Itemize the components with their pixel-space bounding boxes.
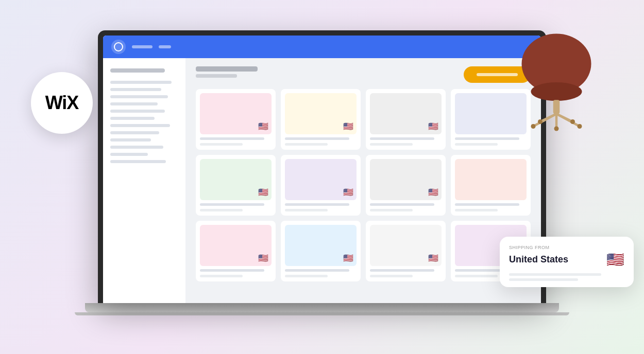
header-title-bar [196, 66, 258, 72]
product-card[interactable]: 🇺🇸 [281, 221, 361, 281]
svg-rect-2 [553, 100, 560, 114]
chair-decoration [510, 31, 603, 136]
sidebar-item[interactable] [110, 110, 165, 113]
us-flag-icon: 🇺🇸 [258, 187, 268, 197]
svg-point-12 [570, 119, 575, 124]
product-price-bar [200, 275, 243, 277]
laptop-foot [75, 312, 569, 315]
shipping-card-lines [509, 273, 624, 281]
product-image [455, 159, 527, 200]
product-price-bar [455, 209, 498, 211]
nav-pill-2 [159, 45, 171, 48]
product-price-bar [455, 143, 498, 146]
product-name-bar [455, 137, 519, 140]
product-card[interactable]: 🇺🇸 [366, 89, 446, 150]
product-name-bar [200, 203, 264, 206]
product-price-bar [200, 209, 243, 211]
product-name-bar [455, 203, 519, 206]
product-price-bar [200, 143, 243, 146]
product-card[interactable]: 🇺🇸 [196, 155, 276, 216]
us-flag-icon: 🇺🇸 [428, 187, 438, 197]
svg-point-11 [538, 119, 543, 124]
shipping-line-2 [509, 278, 578, 281]
sidebar-item[interactable] [110, 81, 172, 84]
svg-point-1 [531, 82, 582, 101]
nav-logo-inner [114, 42, 123, 51]
product-image: 🇺🇸 [285, 93, 357, 134]
us-flag-icon: 🇺🇸 [258, 253, 268, 263]
product-image: 🇺🇸 [285, 225, 357, 266]
top-nav [103, 36, 541, 58]
svg-point-10 [554, 127, 559, 131]
product-card[interactable]: 🇺🇸 [281, 155, 361, 216]
shipping-country: United States 🇺🇸 [509, 251, 624, 268]
product-price-bar [370, 209, 413, 211]
product-name-bar [285, 269, 349, 272]
product-price-bar [285, 209, 328, 211]
us-flag-icon: 🇺🇸 [428, 121, 438, 131]
chair-svg [510, 31, 603, 134]
product-image: 🇺🇸 [200, 93, 272, 134]
product-price-bar [455, 275, 498, 277]
header-subtitle-bar [196, 74, 237, 78]
us-flag-icon: 🇺🇸 [343, 121, 353, 131]
product-card[interactable] [451, 155, 531, 216]
sidebar-item[interactable] [110, 102, 158, 105]
product-price-bar [285, 275, 328, 277]
product-card[interactable]: 🇺🇸 [196, 89, 276, 150]
shipping-card: SHIPPING FROM United States 🇺🇸 [500, 237, 634, 287]
shipping-line-1 [509, 273, 601, 276]
nav-pill-1 [132, 45, 152, 48]
sidebar-item[interactable] [110, 160, 166, 163]
shipping-flag-icon: 🇺🇸 [606, 251, 624, 268]
sidebar-item[interactable] [110, 117, 155, 120]
content-header [196, 66, 531, 83]
sidebar-item[interactable] [110, 95, 168, 98]
shipping-from-label: SHIPPING FROM [509, 245, 624, 250]
product-name-bar [200, 269, 264, 272]
svg-point-8 [531, 124, 536, 129]
product-card[interactable]: 🇺🇸 [366, 155, 446, 216]
content-area: 🇺🇸 🇺🇸 [185, 58, 541, 303]
product-name-bar [285, 137, 349, 140]
us-flag-icon: 🇺🇸 [343, 187, 353, 197]
product-card[interactable]: 🇺🇸 [366, 221, 446, 281]
svg-point-9 [578, 124, 582, 129]
product-image: 🇺🇸 [285, 159, 357, 200]
main-area: 🇺🇸 🇺🇸 [103, 58, 541, 303]
laptop-screen-outer: 🇺🇸 🇺🇸 [98, 30, 546, 303]
wix-badge: WiX [31, 72, 93, 134]
laptop-wrapper: 🇺🇸 🇺🇸 [90, 30, 554, 324]
sidebar-item[interactable] [110, 153, 148, 156]
nav-logo [111, 40, 126, 54]
laptop-screen-inner: 🇺🇸 🇺🇸 [103, 36, 541, 303]
product-price-bar [370, 275, 413, 277]
product-image: 🇺🇸 [370, 159, 442, 200]
sidebar-title-bar [110, 68, 165, 73]
product-name-bar [370, 203, 434, 206]
product-image: 🇺🇸 [370, 93, 442, 134]
product-name-bar [285, 203, 349, 206]
product-name-bar [370, 137, 434, 140]
product-grid: 🇺🇸 🇺🇸 [196, 89, 531, 281]
product-name-bar [200, 137, 264, 140]
shipping-country-text: United States [509, 254, 568, 265]
sidebar-item[interactable] [110, 138, 151, 141]
svg-line-6 [540, 114, 557, 121]
sidebar-item[interactable] [110, 88, 161, 91]
sidebar-item[interactable] [110, 124, 170, 127]
product-card[interactable]: 🇺🇸 [196, 221, 276, 281]
product-price-bar [370, 143, 413, 146]
product-price-bar [285, 143, 328, 146]
product-name-bar [370, 269, 434, 272]
svg-line-7 [556, 114, 573, 121]
us-flag-icon: 🇺🇸 [343, 253, 353, 263]
product-image: 🇺🇸 [200, 225, 272, 266]
product-card[interactable]: 🇺🇸 [281, 89, 361, 150]
sidebar [103, 58, 185, 303]
wix-logo-text: WiX [45, 92, 79, 114]
sidebar-item[interactable] [110, 146, 163, 149]
laptop-base [85, 303, 559, 312]
sidebar-item[interactable] [110, 131, 159, 134]
us-flag-icon: 🇺🇸 [428, 253, 438, 263]
